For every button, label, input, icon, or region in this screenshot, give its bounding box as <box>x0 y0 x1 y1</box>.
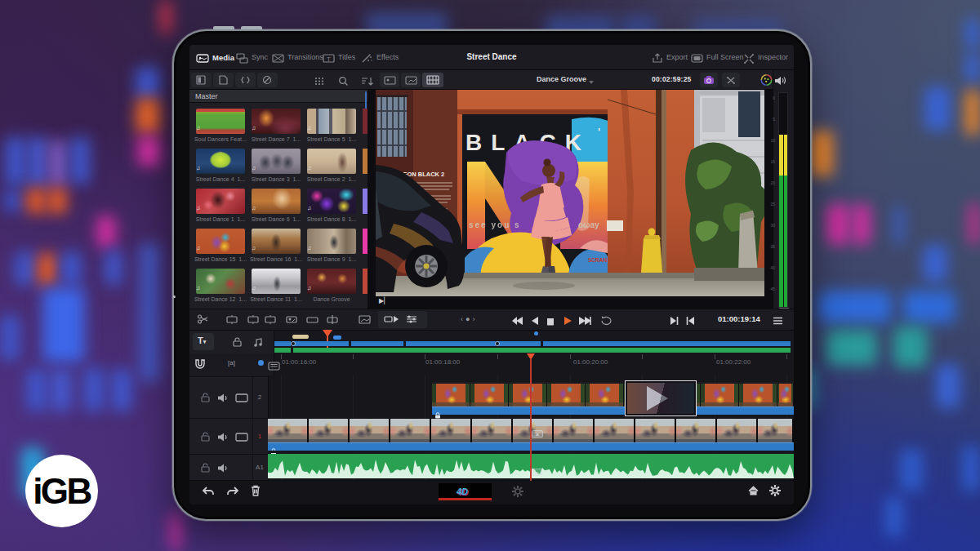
svg-text:T: T <box>327 56 331 63</box>
svg-text:oωay: oωay <box>578 220 599 229</box>
svg-text:': ' <box>598 126 600 138</box>
svg-text:see you s: see you s <box>469 220 521 229</box>
svg-text:SCRAN: SCRAN <box>588 257 607 263</box>
